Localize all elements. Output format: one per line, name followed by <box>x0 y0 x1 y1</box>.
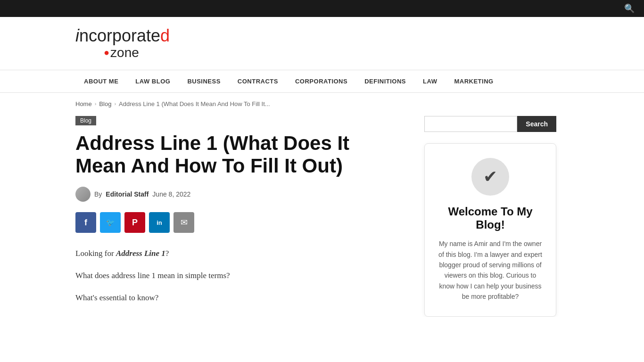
nav-item-contracts: CONTRACTS <box>229 70 287 92</box>
article-paragraph-2: What does address line 1 mean in simple … <box>75 269 405 283</box>
welcome-text: My name is Amir and I'm the owner of thi… <box>436 239 545 302</box>
article-paragraph-1: Looking for Address Line 1? <box>75 247 405 261</box>
author-line: By Editorial Staff June 8, 2022 <box>75 187 405 202</box>
breadcrumb: Home › Blog › Address Line 1 (What Does … <box>0 93 644 111</box>
para1-prefix: Looking for <box>75 249 116 258</box>
nav-link-about[interactable]: ABOUT ME <box>75 70 127 92</box>
author-avatar-image <box>75 187 91 202</box>
welcome-checkmark-icon: ✔ <box>471 158 509 196</box>
nav-item-business: BUSINESS <box>179 70 229 92</box>
nav-item-marketing: MARKETING <box>446 70 502 92</box>
nav-link-marketing[interactable]: MARKETING <box>446 70 502 92</box>
breadcrumb-blog[interactable]: Blog <box>99 100 111 107</box>
nav-link-business[interactable]: BUSINESS <box>179 70 229 92</box>
author-avatar <box>75 187 91 202</box>
breadcrumb-sep2: › <box>114 101 116 107</box>
para1-bold: Address Line 1 <box>116 249 165 258</box>
article-title: Address Line 1 (What Does It Mean And Ho… <box>75 132 405 178</box>
breadcrumb-sep1: › <box>95 101 97 107</box>
social-buttons: f 🐦 P in ✉ <box>75 212 405 233</box>
article-date: June 8, 2022 <box>152 190 190 198</box>
logo-text-line1: incorporated <box>75 26 170 45</box>
nav-item-corporations: CORPORATIONS <box>287 70 356 92</box>
nav-list: ABOUT ME LAW BLOG BUSINESS CONTRACTS COR… <box>0 70 644 92</box>
facebook-icon: f <box>84 218 87 228</box>
main-content: Blog Address Line 1 (What Does It Mean A… <box>75 116 405 317</box>
twitter-share-button[interactable]: 🐦 <box>100 212 121 233</box>
logo-text-line2: ● zone <box>75 45 170 60</box>
top-search-icon[interactable]: 🔍 <box>624 3 635 14</box>
site-header: incorporated ● zone <box>0 17 644 70</box>
pinterest-share-button[interactable]: P <box>124 212 145 233</box>
twitter-icon: 🐦 <box>106 218 115 227</box>
main-navigation: ABOUT ME LAW BLOG BUSINESS CONTRACTS COR… <box>0 70 644 93</box>
article-paragraph-3: What's essential to know? <box>75 291 405 305</box>
breadcrumb-home[interactable]: Home <box>75 100 92 107</box>
sidebar: Search ✔ Welcome To My Blog! My name is … <box>424 116 556 317</box>
nav-link-contracts[interactable]: CONTRACTS <box>229 70 287 92</box>
nav-link-definitions[interactable]: DEFINITIONS <box>356 70 414 92</box>
facebook-share-button[interactable]: f <box>75 212 96 233</box>
email-icon: ✉ <box>181 217 188 228</box>
nav-item-about: ABOUT ME <box>75 70 127 92</box>
top-bar: 🔍 <box>0 0 644 17</box>
search-input[interactable] <box>424 116 517 132</box>
by-label: By <box>94 190 102 198</box>
blog-badge: Blog <box>75 116 96 125</box>
search-widget: Search <box>424 116 556 132</box>
welcome-card: ✔ Welcome To My Blog! My name is Amir an… <box>424 143 556 317</box>
linkedin-share-button[interactable]: in <box>149 212 170 233</box>
nav-link-corporations[interactable]: CORPORATIONS <box>287 70 356 92</box>
nav-link-law-blog[interactable]: LAW BLOG <box>127 70 179 92</box>
linkedin-icon: in <box>157 219 162 226</box>
email-share-button[interactable]: ✉ <box>173 212 194 233</box>
nav-item-definitions: DEFINITIONS <box>356 70 414 92</box>
author-name: Editorial Staff <box>106 190 149 198</box>
welcome-title: Welcome To My Blog! <box>436 205 545 232</box>
breadcrumb-current: Address Line 1 (What Does It Mean And Ho… <box>119 100 270 107</box>
search-button[interactable]: Search <box>517 116 556 132</box>
nav-item-law-blog: LAW BLOG <box>127 70 179 92</box>
nav-item-law: LAW <box>414 70 446 92</box>
page-body: Blog Address Line 1 (What Does It Mean A… <box>0 116 644 317</box>
logo-dot: ● <box>104 47 109 58</box>
site-logo[interactable]: incorporated ● zone <box>75 26 170 60</box>
nav-link-law[interactable]: LAW <box>414 70 446 92</box>
article-body: Looking for Address Line 1? What does ad… <box>75 247 405 305</box>
pinterest-icon: P <box>132 218 138 228</box>
para1-suffix: ? <box>165 249 169 258</box>
